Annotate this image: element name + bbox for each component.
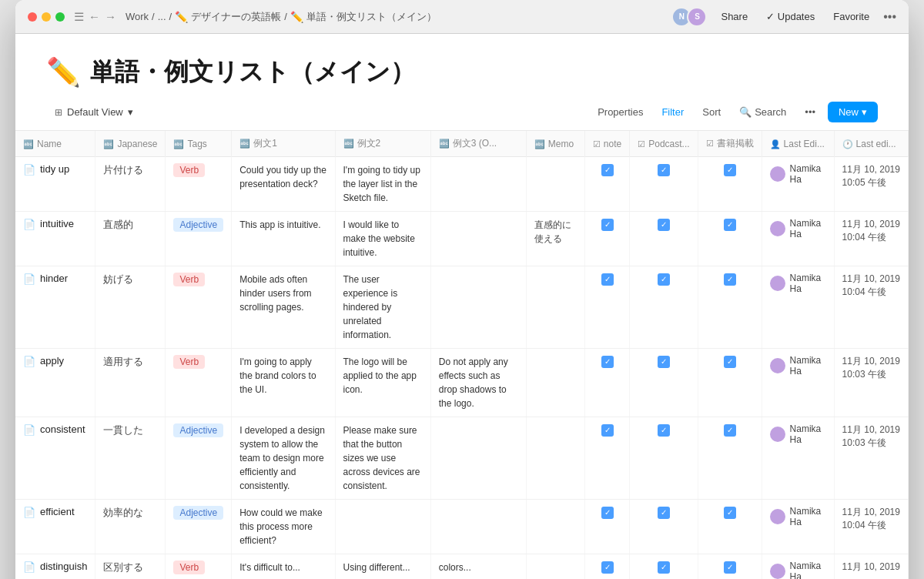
checkbox-checked[interactable]: ✓ (724, 164, 736, 176)
nav-controls: ☰ ← → (74, 10, 116, 24)
updates-button[interactable]: ✓ Updates (762, 8, 819, 25)
example-text-1: I'm going to apply the brand colors to t… (239, 356, 316, 395)
breadcrumb-ellipsis[interactable]: ... (158, 11, 166, 22)
hamburger-icon[interactable]: ☰ (74, 10, 84, 24)
more-toolbar-options[interactable]: ••• (798, 102, 822, 122)
checkbox-checked[interactable]: ✓ (724, 424, 736, 437)
forward-icon[interactable]: → (105, 10, 116, 23)
japanese-text: 妨げる (103, 273, 133, 285)
cell-note: ✓ (584, 554, 629, 580)
col-header-memo: 🔤Memo (526, 131, 584, 157)
tag-badge[interactable]: Adjective (173, 506, 223, 520)
share-button[interactable]: Share (716, 8, 752, 25)
breadcrumb-sep2: / (169, 11, 172, 22)
filter-button[interactable]: Filter (655, 102, 690, 122)
cell-tag: Adjective (166, 212, 232, 266)
checkbox-checked[interactable]: ✓ (601, 356, 614, 368)
checkbox-checked[interactable]: ✓ (601, 219, 614, 231)
chevron-down-icon: ▾ (128, 106, 133, 118)
checkbox-checked[interactable]: ✓ (601, 424, 614, 437)
more-options-button[interactable]: ••• (883, 10, 896, 24)
example-text-1: It's difficult to... (239, 562, 300, 573)
checkbox-checked[interactable]: ✓ (724, 273, 736, 286)
name-text[interactable]: apply (40, 355, 64, 366)
checkbox-checked[interactable]: ✓ (658, 424, 670, 437)
cell-date: 11月 10, 2019 (834, 554, 908, 580)
cell-note: ✓ (584, 417, 629, 500)
cell-memo (526, 554, 584, 580)
avatar-group: N S (671, 7, 707, 27)
tag-badge[interactable]: Verb (173, 163, 205, 177)
checkbox-checked[interactable]: ✓ (601, 561, 614, 574)
col-header-tags: 🔤Tags (166, 131, 232, 157)
checkbox-checked[interactable]: ✓ (658, 561, 670, 574)
name-text[interactable]: efficient (40, 506, 75, 517)
search-label: Search (755, 106, 786, 118)
table-header-row: 🔤Name 🔤Japanese 🔤Tags 🔤例文1 🔤例文2 🔤例文3 (O.… (15, 131, 909, 157)
table-container[interactable]: 🔤Name 🔤Japanese 🔤Tags 🔤例文1 🔤例文2 🔤例文3 (O.… (15, 130, 909, 579)
japanese-text: 片付ける (103, 164, 143, 176)
checkbox-checked[interactable]: ✓ (724, 507, 736, 519)
checkbox-checked[interactable]: ✓ (658, 273, 670, 286)
tag-badge[interactable]: Verb (173, 561, 205, 574)
breadcrumb-icon2: ✏️ (290, 11, 303, 23)
breadcrumb-page[interactable]: 単語・例文リスト（メイン） (306, 10, 437, 24)
main-table: 🔤Name 🔤Japanese 🔤Tags 🔤例文1 🔤例文2 🔤例文3 (O.… (15, 131, 909, 579)
search-button[interactable]: 🔍 Search (733, 102, 792, 122)
close-button[interactable] (28, 12, 37, 22)
doc-icon: 📄 (23, 219, 35, 230)
cell-japanese: 効率的な (95, 500, 166, 554)
tag-badge[interactable]: Verb (173, 355, 205, 369)
editor-name: Namika Ha (790, 423, 826, 445)
japanese-text: 区別する (103, 561, 143, 573)
breadcrumb-sep3: / (284, 11, 287, 22)
cell-ex3 (430, 212, 526, 266)
tag-badge[interactable]: Adjective (173, 423, 223, 437)
date-text: 11月 10, 201910:05 午後 (842, 163, 900, 189)
checkbox-checked[interactable]: ✓ (658, 219, 670, 231)
cell-tag: Adjective (166, 417, 232, 500)
new-button[interactable]: New ▾ (828, 102, 878, 122)
breadcrumb-vocab[interactable]: デザイナーの英語帳 (191, 10, 281, 24)
japanese-text: 効率的な (103, 507, 143, 518)
view-selector[interactable]: ⊞ Default View ▾ (46, 102, 142, 122)
name-text[interactable]: consistent (40, 423, 85, 435)
cell-book: ✓ (698, 500, 762, 554)
checkbox-checked[interactable]: ✓ (724, 219, 736, 231)
maximize-button[interactable] (55, 12, 65, 22)
cell-podcast: ✓ (630, 266, 698, 349)
cell-podcast: ✓ (630, 157, 698, 212)
name-text[interactable]: distinguish (40, 561, 87, 572)
cell-ex1: Mobile ads often hinder users from scrol… (232, 266, 335, 349)
minimize-button[interactable] (42, 12, 51, 22)
cell-ex1: This app is intuitive. (232, 212, 335, 266)
name-text[interactable]: tidy up (40, 163, 69, 175)
name-text[interactable]: hinder (40, 273, 68, 284)
example-text-1: I developed a design system to allow the… (239, 425, 325, 491)
checkbox-checked[interactable]: ✓ (601, 273, 614, 286)
properties-button[interactable]: Properties (591, 102, 649, 122)
checkbox-checked[interactable]: ✓ (601, 164, 614, 176)
name-text[interactable]: intuitive (40, 218, 74, 229)
back-icon[interactable]: ← (89, 10, 100, 23)
checkbox-checked[interactable]: ✓ (724, 356, 736, 368)
tag-badge[interactable]: Verb (173, 273, 205, 286)
checkbox-checked[interactable]: ✓ (658, 507, 670, 519)
checkbox-checked[interactable]: ✓ (658, 356, 670, 368)
cell-editor: Namika Ha (762, 554, 834, 580)
sort-button[interactable]: Sort (696, 102, 727, 122)
cell-book: ✓ (698, 554, 762, 580)
checkbox-checked[interactable]: ✓ (724, 561, 736, 574)
cell-tag: Verb (166, 157, 232, 212)
table-row: 📄 consistent 一貫した Adjective I developed … (15, 417, 909, 500)
checkbox-checked[interactable]: ✓ (601, 507, 614, 519)
cell-name: 📄 distinguish (15, 554, 95, 580)
favorite-button[interactable]: Favorite (829, 8, 874, 25)
checkbox-checked[interactable]: ✓ (658, 164, 670, 176)
breadcrumb-work[interactable]: Work (126, 11, 149, 22)
tag-badge[interactable]: Adjective (173, 218, 223, 232)
col-header-lasttime: 🕐Last edi... (834, 131, 908, 157)
cell-japanese: 直感的 (95, 212, 166, 266)
editor-name: Namika Ha (790, 163, 826, 185)
table-row: 📄 hinder 妨げる Verb Mobile ads often hinde… (15, 266, 909, 349)
